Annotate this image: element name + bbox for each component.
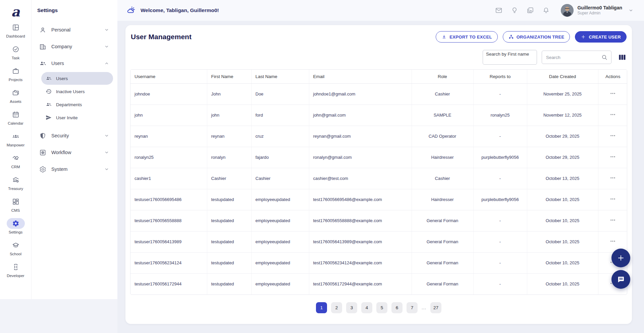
rail-item-label: Dashboard — [6, 34, 25, 38]
lightbulb-icon[interactable] — [511, 7, 518, 14]
shield-icon — [39, 132, 46, 139]
sidebar-item-users[interactable]: Users — [36, 55, 113, 72]
rail-item-calendar[interactable]: Calendar — [1, 109, 30, 129]
cell-role: General Forman — [412, 210, 473, 231]
column-header-actions: Actions — [598, 70, 627, 83]
cell-reports_to: - — [473, 210, 527, 231]
cell-email: test1760056172944@example.com — [309, 273, 412, 294]
chat-fab-button[interactable] — [611, 270, 630, 289]
rail-item-settings[interactable]: Settings — [1, 218, 30, 238]
chevron-down-icon — [104, 166, 110, 172]
cell-first_name: Cashier — [207, 168, 251, 189]
cms-icon — [7, 196, 25, 207]
welcome-text: Welcome, Tabligan, Guillermo0! — [141, 7, 219, 13]
rail-item-label: Developer — [7, 274, 24, 278]
row-actions-button[interactable] — [609, 111, 616, 118]
row-actions-button[interactable] — [609, 153, 616, 160]
page-button-27[interactable]: 27 — [430, 302, 441, 313]
column-settings-icon[interactable] — [618, 53, 627, 62]
cell-actions — [598, 189, 627, 210]
row-actions-button[interactable] — [609, 238, 616, 245]
create-user-button[interactable]: CREATE USER — [575, 31, 627, 43]
sidebar-item-departments[interactable]: Departments — [41, 98, 113, 111]
rail-item-projects[interactable]: Projects — [1, 66, 30, 85]
cell-email: cashier@test.com — [309, 168, 412, 189]
first-name-filter-label: Search by First name — [486, 52, 529, 57]
rail-item-task[interactable]: Task — [1, 44, 30, 63]
sidebar-item-security[interactable]: Security — [36, 127, 113, 144]
sidebar-item-workflow[interactable]: Workflow — [36, 144, 113, 161]
table-row: johnjohnfordjohn@gmail.comSAMPLEronalyn2… — [130, 105, 627, 126]
cell-last_name: ford — [251, 105, 309, 126]
treasury-icon — [7, 175, 25, 185]
row-actions-button[interactable] — [609, 174, 616, 182]
button-label: EXPORT TO EXCEL — [449, 35, 492, 40]
cell-first_name: testupdated — [207, 210, 251, 231]
row-actions-button[interactable] — [609, 132, 616, 139]
sidebar-item-user-invite[interactable]: User Invite — [41, 111, 113, 124]
first-name-filter[interactable]: Search by First name — [483, 50, 537, 65]
weather-sun-cloud-icon — [126, 6, 136, 15]
cell-username: testuser1760056558888 — [130, 210, 207, 231]
cell-role: Hairdresser — [412, 147, 473, 168]
brand-logo[interactable]: a — [11, 3, 20, 21]
crm-icon — [7, 153, 25, 163]
app-rail: a DashboardTaskProjectsAssetsCalendarMan… — [0, 0, 31, 299]
rail-item-assets[interactable]: Assets — [1, 87, 30, 107]
settings-icon — [7, 218, 25, 229]
page-button-3[interactable]: 3 — [346, 302, 357, 313]
sidebar-item-personal[interactable]: Personal — [36, 21, 113, 38]
sidebar-item-inactive-users[interactable]: Inactive Users — [41, 85, 113, 98]
settings-sidebar: Settings PersonalCompanyUsersUsersInacti… — [31, 0, 117, 299]
search-input[interactable] — [545, 55, 601, 60]
sidebar-item-company[interactable]: Company — [36, 38, 113, 55]
page-button-7[interactable]: 7 — [407, 302, 418, 313]
rail-item-treasury[interactable]: Treasury — [1, 175, 30, 194]
page-button-2[interactable]: 2 — [331, 302, 342, 313]
cell-username: testuser1760056413989 — [130, 231, 207, 252]
page-title: User Management — [131, 33, 192, 41]
cell-reports_to: - — [473, 126, 527, 147]
cell-role: General Forman — [412, 273, 473, 294]
cell-last_name: employeeupdated — [251, 252, 309, 273]
page-button-5[interactable]: 5 — [376, 302, 387, 313]
rail-item-dashboard[interactable]: Dashboard — [1, 22, 30, 42]
rail-item-label: School — [10, 252, 21, 256]
row-actions-button[interactable] — [609, 195, 616, 203]
rail-item-label: Calendar — [8, 121, 23, 125]
cell-date_created: November 25, 2025 — [527, 83, 598, 105]
rail-item-cms[interactable]: CMS — [1, 196, 30, 216]
export-to-excel-button[interactable]: EXPORT TO EXCEL — [436, 31, 497, 43]
cell-date_created: October 13, 2025 — [527, 168, 598, 189]
sidebar-item-users-list[interactable]: Users — [41, 72, 113, 85]
search-icon[interactable] — [601, 54, 608, 61]
page-button-1[interactable]: 1 — [316, 302, 327, 313]
pagination: 1234567...27 — [130, 302, 627, 313]
topbar: Welcome, Tabligan, Guillermo0! Guillermo… — [117, 0, 644, 21]
page-button-6[interactable]: 6 — [391, 302, 402, 313]
bell-icon[interactable] — [542, 7, 550, 14]
page-button-4[interactable]: 4 — [361, 302, 372, 313]
cell-actions — [598, 83, 627, 105]
rail-item-label: Assets — [10, 99, 21, 104]
rail-item-school[interactable]: School — [1, 240, 30, 259]
mail-icon[interactable] — [495, 7, 502, 14]
rail-item-developer[interactable]: Developer — [1, 262, 30, 281]
rail-item-crm[interactable]: CRM — [1, 153, 30, 172]
cell-role: General Forman — [412, 252, 473, 273]
rail-item-manpower[interactable]: Manpower — [1, 131, 30, 150]
manpower-icon — [7, 131, 25, 142]
row-actions-button[interactable] — [609, 216, 616, 224]
user-menu[interactable]: Guillermo0 Tabligan Super Admin — [561, 4, 634, 17]
organization-tree-button[interactable]: ORGANIZATION TREE — [503, 31, 570, 43]
add-fab-button[interactable] — [611, 249, 630, 267]
sidebar-item-system[interactable]: System — [36, 161, 113, 178]
row-actions-button[interactable] — [609, 90, 616, 97]
photo-library-icon[interactable] — [527, 7, 534, 14]
table-row: testuser1760056413989testupdatedemployee… — [130, 231, 627, 252]
table-row: johndoeJohnDoejohndoe1@gmail.comCashier-… — [130, 83, 627, 105]
sidebar-subitem-label: Inactive Users — [56, 89, 85, 94]
chevron-down-icon[interactable] — [628, 7, 634, 13]
user-role: Super Admin — [577, 11, 622, 16]
sidebar-subitem-label: Users — [56, 76, 68, 81]
